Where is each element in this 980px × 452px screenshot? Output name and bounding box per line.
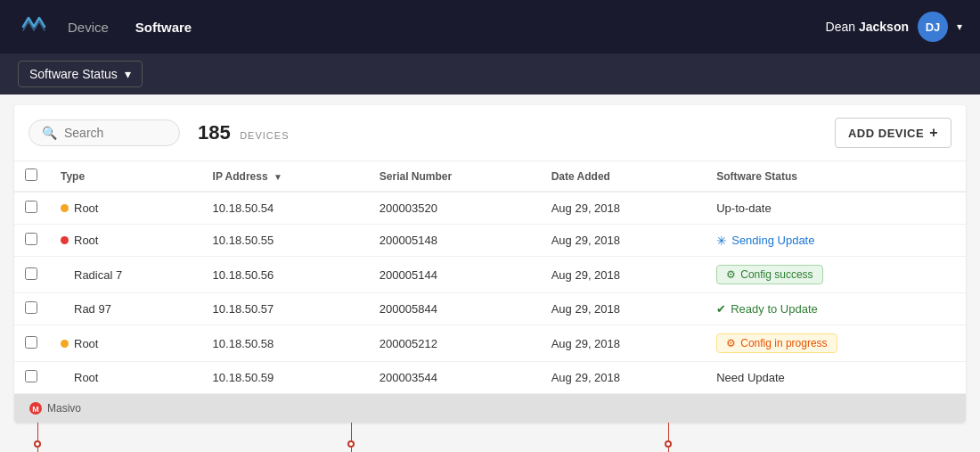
row-checkbox[interactable] <box>25 336 37 349</box>
cell-serial: 200005844 <box>369 293 541 325</box>
annotation-col-1: > Easily confirm each device's connectio… <box>14 423 331 452</box>
cell-date: Aug 29, 2018 <box>541 325 706 362</box>
cell-serial: 200005148 <box>369 225 541 257</box>
type-text: Root <box>74 201 98 215</box>
nav-link-device[interactable]: Device <box>68 16 109 38</box>
cell-serial: 200005212 <box>369 325 541 362</box>
connector-dot-2 <box>347 440 355 448</box>
device-count-number: 185 <box>198 121 231 144</box>
cell-type: Root <box>50 362 202 394</box>
status-ready: ✔ Ready to Update <box>716 302 955 316</box>
cell-ip: 10.18.50.57 <box>202 293 369 325</box>
gear-icon: ⚙ <box>726 337 736 349</box>
nav-avatar[interactable]: DJ <box>918 12 948 42</box>
ip-sort-icon: ▼ <box>274 172 282 182</box>
search-box[interactable]: 🔍 <box>29 119 180 146</box>
spinner-icon: ✳ <box>716 234 727 248</box>
check-icon: ✔ <box>716 302 726 316</box>
cell-type: Root <box>50 225 202 257</box>
cell-status: ✔ Ready to Update <box>706 293 966 325</box>
table-header-row: Type IP Address ▼ Serial Number Date Add… <box>14 161 966 192</box>
connector-line-1-bottom <box>37 448 38 452</box>
sub-navigation: Software Status ▾ <box>0 53 980 95</box>
add-device-button[interactable]: ADD DEVICE + <box>835 118 951 148</box>
nav-user-fullname: Dean Jackson <box>826 20 909 34</box>
cell-ip: 10.18.50.58 <box>202 325 369 362</box>
cell-ip: 10.18.50.59 <box>202 362 369 394</box>
header-date: Date Added <box>541 161 706 192</box>
cell-type: Root <box>50 192 202 225</box>
annotation-area: > Easily confirm each device's connectio… <box>0 423 980 452</box>
table-row: Root10.18.50.54200003520Aug 29, 2018Up-t… <box>14 192 966 225</box>
device-count-display: 185 DEVICES <box>198 121 289 144</box>
device-table-card: 🔍 185 DEVICES ADD DEVICE + <box>14 105 966 423</box>
cell-date: Aug 29, 2018 <box>541 225 706 257</box>
table-body: Root10.18.50.54200003520Aug 29, 2018Up-t… <box>14 192 966 394</box>
top-navigation: Device Software Dean Jackson DJ ▾ <box>0 0 980 53</box>
status-dot-yellow <box>61 204 69 212</box>
header-ip[interactable]: IP Address ▼ <box>202 161 369 192</box>
software-status-dropdown[interactable]: Software Status ▾ <box>18 61 143 87</box>
annotation-col-2: > View device type, serial number, and o… <box>331 423 649 452</box>
masimo-label: Masivo <box>47 402 81 415</box>
cell-status: Up-to-date <box>706 192 966 225</box>
nav-link-software[interactable]: Software <box>135 16 192 38</box>
cell-status: Need Update <box>706 362 966 394</box>
software-status-dropdown-label: Software Status <box>29 67 118 81</box>
select-all-checkbox[interactable] <box>25 168 37 181</box>
cell-ip: 10.18.50.54 <box>202 192 369 225</box>
row-checkbox[interactable] <box>25 201 37 213</box>
cell-type: Radical 7 <box>50 257 202 293</box>
masimo-logo: M Masivo <box>29 401 81 415</box>
row-checkbox[interactable] <box>25 301 37 314</box>
search-input[interactable] <box>64 126 167 140</box>
status-dot-yellow <box>61 340 69 348</box>
row-checkbox[interactable] <box>25 233 37 245</box>
cell-date: Aug 29, 2018 <box>541 257 706 293</box>
annotation-col-3: > Review device software status to deter… <box>649 423 966 452</box>
dropdown-arrow-icon: ▾ <box>125 67 131 81</box>
cell-date: Aug 29, 2018 <box>541 293 706 325</box>
main-area: 🔍 185 DEVICES ADD DEVICE + <box>0 95 980 452</box>
type-text: Root <box>74 337 98 350</box>
search-icon: 🔍 <box>42 126 57 140</box>
device-table-wrapper: Type IP Address ▼ Serial Number Date Add… <box>14 161 966 394</box>
card-header: 🔍 185 DEVICES ADD DEVICE + <box>14 105 966 161</box>
cell-serial: 200003544 <box>369 362 541 394</box>
header-type: Type <box>50 161 202 192</box>
nav-links: Device Software <box>68 16 826 38</box>
connector-line-3-top <box>668 423 669 440</box>
header-serial: Serial Number <box>369 161 541 192</box>
connector-line-2-top <box>351 423 352 440</box>
row-checkbox[interactable] <box>25 370 37 382</box>
device-table: Type IP Address ▼ Serial Number Date Add… <box>14 161 966 394</box>
connector-line-2-bottom <box>351 448 352 452</box>
connector-dot-3 <box>665 440 672 448</box>
nav-user-dropdown-arrow[interactable]: ▾ <box>957 21 962 33</box>
cell-ip: 10.18.50.55 <box>202 225 369 257</box>
connector-dot-1 <box>34 440 41 448</box>
plus-icon: + <box>929 125 938 141</box>
gray-bottom-bar: M Masivo <box>14 394 966 423</box>
cell-serial: 200003520 <box>369 192 541 225</box>
gear-icon: ⚙ <box>726 268 736 281</box>
table-row: Root10.18.50.55200005148Aug 29, 2018✳ Se… <box>14 225 966 257</box>
type-text: Rad 97 <box>74 302 111 316</box>
app-logo <box>18 11 50 43</box>
status-sending: ✳ Sending Update <box>716 234 955 248</box>
cell-date: Aug 29, 2018 <box>541 192 706 225</box>
cell-serial: 200005144 <box>369 257 541 293</box>
cell-type: Root <box>50 325 202 362</box>
device-count-label: DEVICES <box>240 130 289 141</box>
cell-type: Rad 97 <box>50 293 202 325</box>
type-text: Radical 7 <box>74 268 122 282</box>
svg-text:M: M <box>32 405 39 414</box>
header-checkbox-cell <box>14 161 50 192</box>
header-status: Software Status <box>706 161 966 192</box>
table-row: Root10.18.50.58200005212Aug 29, 2018⚙ Co… <box>14 325 966 362</box>
status-dot-red <box>61 236 69 244</box>
row-checkbox[interactable] <box>25 267 37 280</box>
cell-status: ⚙ Config success <box>706 257 966 293</box>
cell-status: ⚙ Config in progress <box>706 325 966 362</box>
app-container: Device Software Dean Jackson DJ ▾ Softwa… <box>0 0 980 452</box>
